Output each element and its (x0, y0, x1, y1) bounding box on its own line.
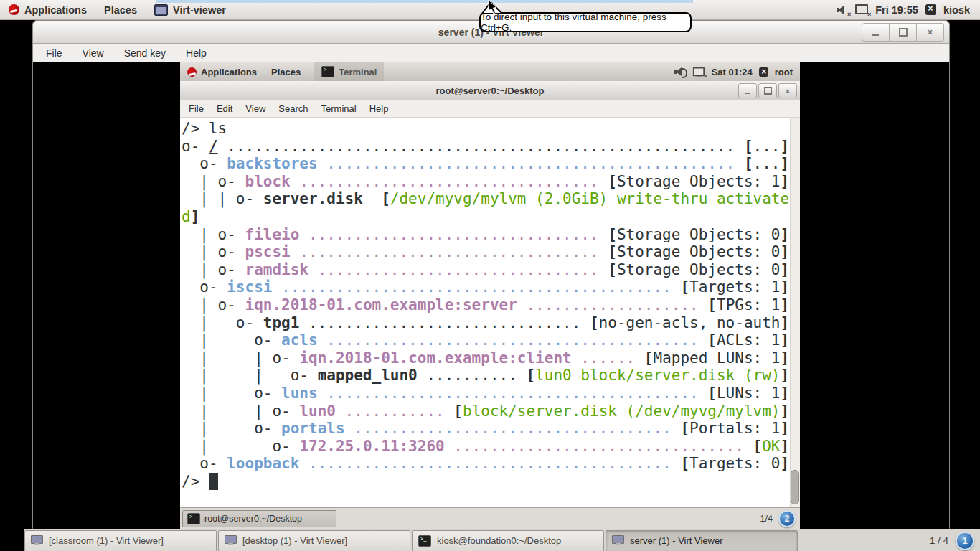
minimize-button[interactable] (862, 23, 890, 42)
redhat-icon (9, 4, 19, 15)
guest-applications-label: Applications (201, 67, 257, 77)
guest-input-method-icon[interactable] (759, 67, 768, 77)
minimize-icon (745, 93, 750, 94)
virt-viewer-window: server (1) - Virt Viewer × FileViewSend … (32, 20, 950, 529)
terminal-line: | o- pscsi .............................… (182, 243, 789, 261)
host-taskbar: [classroom (1) - Virt Viewer][desktop (1… (0, 529, 980, 551)
guest-window-list-item[interactable]: Terminal (314, 62, 384, 81)
guest-top-panel: Applications Places Terminal Sat 01:24 (180, 62, 800, 82)
host-pager-label: 1 / 4 (930, 535, 948, 546)
virt-viewer-menubar: FileViewSend keyHelp (33, 44, 949, 62)
ctrl-g-tooltip: To direct input to this virtual machine,… (479, 12, 692, 32)
guest-clock[interactable]: Sat 01:24 (712, 67, 753, 77)
terminal-line: | o- fileio ............................… (182, 226, 789, 244)
guest-places-menu[interactable]: Places (264, 62, 308, 81)
vm-display[interactable]: Applications Places Terminal Sat 01:24 (180, 62, 800, 529)
terminal-line: | o- luns ..............................… (182, 385, 789, 402)
close-icon: × (928, 27, 933, 37)
guest-taskbar: root@server0:~/Desktop 1/4 2 (180, 507, 800, 529)
menu-item-help[interactable]: Help (364, 102, 395, 116)
guest-display-icon[interactable] (693, 67, 705, 77)
host-active-app-label: Virt-viewer (173, 4, 226, 16)
taskbar-item-server-1-virt-viewer[interactable]: server (1) - Virt Viewer (606, 530, 798, 551)
desktop: Applications Places Virt-viewer Fri 19:5… (0, 0, 980, 551)
virt-viewer-icon (154, 4, 168, 16)
terminal-line: d] (182, 208, 789, 226)
terminal-line: /> (182, 473, 789, 491)
task-label: [classroom (1) - Virt Viewer] (49, 535, 164, 546)
terminal-line: | o- block .............................… (182, 173, 789, 191)
terminal-close-button[interactable]: × (778, 83, 797, 98)
terminal-body[interactable]: /> lso- / ..............................… (180, 118, 800, 507)
close-button[interactable]: × (917, 23, 944, 42)
menu-item-file[interactable]: File (183, 102, 209, 116)
volume-muted-icon[interactable] (837, 5, 848, 15)
terminal-titlebar[interactable]: root@server0:~/Desktop × (180, 81, 800, 100)
terminal-line: | o- acls ..............................… (182, 331, 789, 349)
redhat-icon (187, 67, 197, 77)
terminal-line: | o- ramdisk ...........................… (182, 261, 789, 279)
host-workspace-badge[interactable]: 1 (956, 532, 974, 550)
taskbar-item-classroom-1-virt-viewer[interactable]: [classroom (1) - Virt Viewer] (24, 530, 217, 551)
terminal-icon (418, 535, 431, 547)
terminal-maximize-button[interactable] (758, 83, 777, 98)
taskbar-item-kiosk-foundation0-desktop[interactable]: kiosk@foundation0:~/Desktop (412, 530, 604, 551)
terminal-output: /> lso- / ..............................… (182, 120, 789, 490)
mouse-cursor (486, 0, 498, 14)
taskbar-item-desktop-1-virt-viewer[interactable]: [desktop (1) - Virt Viewer] (218, 530, 410, 551)
monitor-icon (225, 535, 237, 546)
scrollbar-thumb[interactable] (791, 470, 799, 504)
monitor-icon (612, 535, 624, 546)
terminal-line: | | o- lun0 ........... [block/server.di… (182, 402, 789, 420)
menu-item-view[interactable]: View (240, 102, 271, 116)
terminal-scrollbar[interactable] (790, 118, 800, 507)
maximize-icon (899, 28, 908, 37)
terminal-line: | o- iqn.2018-01.com.example:server ....… (182, 296, 789, 314)
guest-taskbar-item-terminal[interactable]: root@server0:~/Desktop (182, 510, 336, 527)
host-places-label: Places (104, 4, 137, 16)
task-label: [desktop (1) - Virt Viewer] (242, 535, 347, 546)
task-label: server (1) - Virt Viewer (630, 535, 723, 546)
host-places-menu[interactable]: Places (95, 0, 146, 19)
host-clock[interactable]: Fri 19:55 (875, 4, 918, 16)
terminal-icon (187, 513, 200, 524)
terminal-line: o- loopback ............................… (182, 455, 789, 473)
guest-user-label[interactable]: root (775, 67, 793, 77)
menu-item-help[interactable]: Help (179, 46, 214, 60)
host-applications-label: Applications (24, 4, 87, 16)
menu-item-search[interactable]: Search (273, 102, 314, 116)
host-applications-menu[interactable]: Applications (0, 0, 95, 19)
guest-workspace-number: 2 (785, 514, 790, 524)
input-method-icon[interactable] (925, 4, 936, 15)
menu-item-send-key[interactable]: Send key (117, 46, 173, 60)
minimize-icon (872, 34, 879, 36)
guest-task-label: root@server0:~/Desktop (204, 514, 302, 524)
fullscreen-toolbar-hint (156, 0, 693, 3)
guest-volume-icon[interactable] (674, 67, 686, 77)
terminal-icon (321, 66, 334, 77)
guest-applications-menu[interactable]: Applications (180, 62, 264, 81)
maximize-button[interactable] (890, 23, 917, 42)
menu-item-edit[interactable]: Edit (211, 102, 238, 116)
guest-active-app-label: Terminal (339, 67, 377, 77)
terminal-line: o- / ...................................… (182, 138, 789, 156)
terminal-minimize-button[interactable] (738, 83, 757, 98)
menu-item-file[interactable]: File (39, 46, 70, 60)
panel-separator (311, 65, 311, 79)
terminal-line: o- backstores ..........................… (182, 155, 789, 173)
host-active-app-indicator[interactable]: Virt-viewer (146, 0, 235, 19)
terminal-line: /> ls (182, 120, 789, 138)
guest-workspace-badge[interactable]: 2 (778, 510, 796, 527)
virt-viewer-content: Applications Places Terminal Sat 01:24 (33, 62, 949, 529)
menu-item-view[interactable]: View (75, 46, 111, 60)
menu-item-terminal[interactable]: Terminal (316, 102, 362, 116)
guest-places-label: Places (271, 67, 301, 77)
terminal-line: o- iscsi ...............................… (182, 278, 789, 296)
terminal-title: root@server0:~/Desktop (435, 85, 544, 96)
taskbar-left-gap (0, 529, 24, 551)
display-icon[interactable] (855, 4, 868, 15)
host-user-label[interactable]: kiosk (943, 4, 970, 16)
guest-pager-label: 1/4 (760, 514, 773, 524)
terminal-line: | o- tpg1 ..............................… (182, 314, 789, 332)
terminal-line: | | o- mapped_lun0 .......... [lun0 bloc… (182, 367, 789, 385)
